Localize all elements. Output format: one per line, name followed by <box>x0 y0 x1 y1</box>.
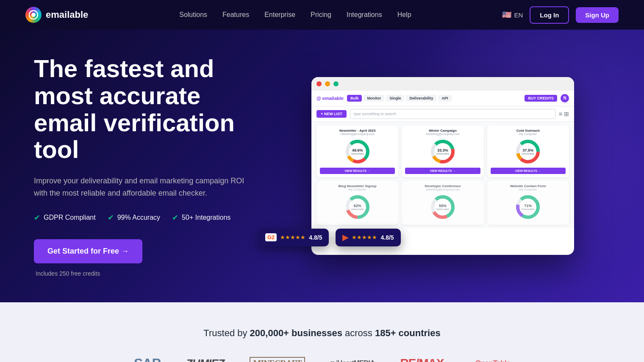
card-3-title: Cold Outreach <box>516 129 540 133</box>
card-6-label: Deliverable <box>522 208 534 210</box>
hero-title: The fastest and most accurate email veri… <box>34 55 267 163</box>
new-list-button[interactable]: + NEW LIST <box>316 110 347 118</box>
app-tab-single[interactable]: Single <box>386 95 404 102</box>
g2-logo: G2 <box>265 233 277 241</box>
card-1-pct: 49.6% <box>351 148 364 152</box>
capterra-logo: ▶ <box>342 233 348 242</box>
card-4-label: Deliverable <box>351 208 364 210</box>
flag-icon: 🇺🇸 <box>502 10 511 19</box>
logo-text: emailable <box>46 9 88 20</box>
card-6-pct: 71% <box>522 204 534 208</box>
cards-grid: Newsletter - April 2023 marketing@compan… <box>311 122 574 228</box>
app-tab-api[interactable]: API <box>438 95 451 102</box>
card-4-pct: 62% <box>351 204 364 208</box>
check-icon-accuracy: ✔ <box>108 213 114 222</box>
minecraft-logo: MINECRAFT <box>250 357 305 362</box>
grid-view-icon[interactable]: ⊞ <box>564 111 569 117</box>
card-4-title: Blog Newsletter Signup <box>339 184 377 188</box>
logo[interactable]: emailable <box>25 7 88 23</box>
search-placeholder: type something to search <box>354 112 397 116</box>
app-logo-small: @ emailable <box>316 96 344 101</box>
card-3-label: Deliverable <box>522 152 534 155</box>
card-5-title: Developer Conference <box>425 184 461 188</box>
hero-badges: ✔ GDPR Compliant ✔ 99% Accuracy ✔ 50+ In… <box>34 213 267 222</box>
window-bar <box>311 77 574 91</box>
hero-content: The fastest and most accurate email veri… <box>34 55 267 277</box>
trusted-countries: 185+ countries <box>375 328 441 338</box>
card-5: Developer Conference marketing@company.c… <box>402 181 483 225</box>
card-2-view-results[interactable]: VIEW RESULTS → <box>405 168 480 174</box>
hero-section: The fastest and most accurate email veri… <box>0 30 644 302</box>
list-view-icon[interactable]: ≡ <box>559 111 562 117</box>
app-tab-monitor[interactable]: Monitor <box>364 95 384 102</box>
buy-credits-button[interactable]: BUY CREDITS <box>525 95 557 102</box>
card-2-pct: 33.3% <box>436 148 449 152</box>
svg-point-1 <box>31 13 36 17</box>
badge-gdpr: ✔ GDPR Compliant <box>34 213 96 222</box>
card-6-donut: 71% Deliverable <box>515 194 541 220</box>
card-1: Newsletter - April 2023 marketing@compan… <box>316 125 398 177</box>
g2-rating: 4.8/5 <box>309 234 322 241</box>
badge-gdpr-label: GDPR Compliant <box>44 214 96 221</box>
signup-button[interactable]: Sign Up <box>576 7 619 23</box>
card-3-pct: 37.5% <box>522 148 534 152</box>
nav-solutions[interactable]: Solutions <box>179 11 207 19</box>
badge-integrations-label: 50+ Integrations <box>182 214 230 221</box>
nav-enterprise[interactable]: Enterprise <box>264 11 295 19</box>
nav-help[interactable]: Help <box>397 11 411 19</box>
nav-features[interactable]: Features <box>222 11 249 19</box>
close-dot <box>316 81 322 86</box>
nav-pricing[interactable]: Pricing <box>311 11 331 19</box>
card-2-sub: marketing@company.com <box>426 133 460 135</box>
g2-stars: ★★★★★ <box>280 234 305 240</box>
app-sub-toolbar: + NEW LIST type something to search ≡ ⊞ <box>311 106 574 122</box>
app-tab-bulk[interactable]: Bulk <box>347 95 362 102</box>
search-box[interactable]: type something to search <box>350 109 555 119</box>
view-icons: ≡ ⊞ <box>559 111 569 117</box>
user-avatar: N <box>561 94 569 102</box>
card-2: Winter Campaign marketing@company.com 33… <box>402 125 483 177</box>
remax-logo: RE/MAX <box>400 356 444 362</box>
card-2-donut: 33.3% Deliverable <box>430 139 455 164</box>
free-credits-text: Includes 250 free credits <box>36 270 267 277</box>
check-icon-gdpr: ✔ <box>34 213 40 222</box>
sap-logo: SAP <box>134 356 161 362</box>
rating-badges: G2 ★★★★★ 4.8/5 ▶ ★★★★★ 4.8/5 <box>258 229 401 246</box>
app-tab-deliverability[interactable]: Deliverability <box>406 95 436 102</box>
minimize-dot <box>325 81 330 86</box>
opentable-logo: ● OpenTable <box>469 359 511 362</box>
card-1-label: Deliverable <box>351 152 364 155</box>
badge-accuracy-label: 99% Accuracy <box>117 214 160 221</box>
login-button[interactable]: Log In <box>530 6 569 24</box>
brand-logos: SAP ZUMIEZ MINECRAFT ♥ iHeartMEDIA RE/MA… <box>25 356 619 362</box>
card-3: Cold Outreach My Computer 37.5% Delivera… <box>487 125 569 177</box>
lang-label: EN <box>514 11 523 19</box>
card-5-label: Deliverable <box>436 208 449 210</box>
nav-links: Solutions Features Enterprise Pricing In… <box>179 11 411 19</box>
card-5-donut: 55% Deliverable <box>430 194 455 220</box>
card-1-sub: marketing@company.com <box>340 133 375 135</box>
card-6-title: Website Contact Form <box>510 184 546 188</box>
hero-subtitle: Improve your deliverability and email ma… <box>34 175 246 199</box>
nav-integrations[interactable]: Integrations <box>347 11 382 19</box>
zumiez-logo: ZUMIEZ <box>186 357 225 362</box>
card-2-label: Deliverable <box>436 152 449 155</box>
capterra-stars: ★★★★★ <box>352 234 377 240</box>
card-4-sub: My Computer <box>349 188 366 191</box>
card-6-sub: My Computer <box>519 188 537 191</box>
card-4: Blog Newsletter Signup My Computer 62% D… <box>316 181 398 225</box>
card-3-view-results[interactable]: VIEW RESULTS → <box>491 168 566 174</box>
navbar: emailable Solutions Features Enterprise … <box>0 0 644 30</box>
card-6: Website Contact Form My Computer 71% Del… <box>487 181 569 225</box>
card-5-pct: 55% <box>436 204 449 208</box>
language-selector[interactable]: 🇺🇸 EN <box>502 10 523 19</box>
get-started-button[interactable]: Get Started for Free → <box>34 239 142 263</box>
trusted-businesses: 200,000+ businesses <box>250 328 342 338</box>
card-1-view-results[interactable]: VIEW RESULTS → <box>320 168 395 174</box>
card-2-title: Winter Campaign <box>429 129 457 133</box>
g2-rating-badge: G2 ★★★★★ 4.8/5 <box>258 229 329 246</box>
capterra-rating-badge: ▶ ★★★★★ 4.8/5 <box>336 229 400 246</box>
card-5-sub: marketing@company.com <box>426 188 460 191</box>
capterra-rating: 4.8/5 <box>380 234 394 241</box>
iheartmedia-logo: ♥ iHeartMEDIA <box>330 359 375 362</box>
